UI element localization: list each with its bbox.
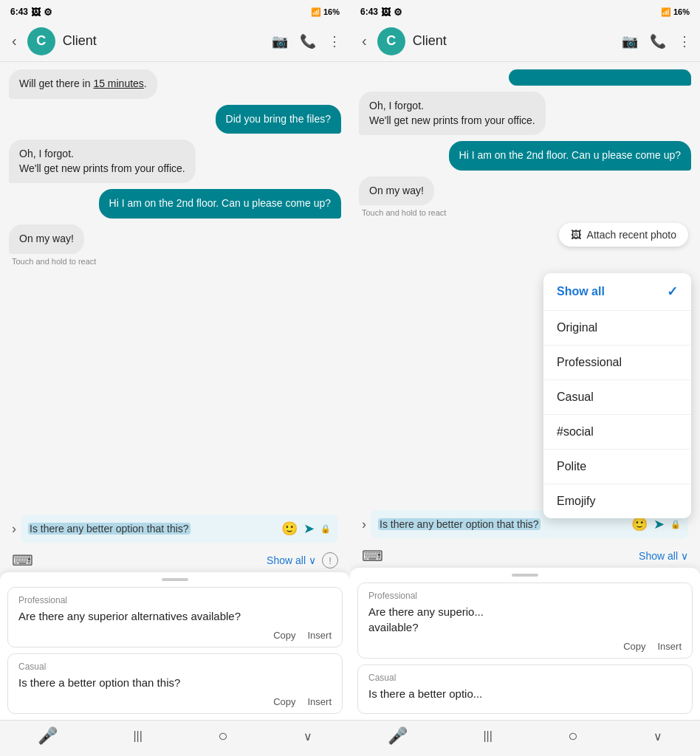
dropdown-item-emojify[interactable]: Emojify xyxy=(543,484,691,518)
dropdown-item-show-all[interactable]: Show all ✓ xyxy=(543,273,691,311)
copy-btn-casual-left[interactable]: Copy xyxy=(273,696,295,707)
video-call-icon-right[interactable]: 📷 xyxy=(622,33,638,49)
suggestions-sheet-right: Professional Are there any superio...ava… xyxy=(350,568,700,720)
settings-icon-left: ⚙ xyxy=(44,7,52,18)
chevron-down-icon-right: ∨ xyxy=(681,550,688,562)
suggestion-type-professional-right: Professional xyxy=(368,591,682,601)
info-icon-left[interactable]: ! xyxy=(322,552,338,568)
toolbar-right: ⌨ Show all ∨ xyxy=(356,543,694,568)
dropdown-label-show-all: Show all xyxy=(557,285,605,298)
header-icons-left: 📷 📞 ⋮ xyxy=(272,33,341,49)
chat-body-left: Will get there in 15 minutes. Did you br… xyxy=(0,62,350,507)
copy-btn-professional-left[interactable]: Copy xyxy=(273,630,295,641)
attach-photo-button[interactable]: 🖼 Attach recent photo xyxy=(559,223,688,247)
toolbar-left: ⌨ Show all ∨ ! xyxy=(6,547,344,572)
back-nav-icon-left[interactable]: ∨ xyxy=(303,729,312,743)
mic-icon-right[interactable]: 🎤 xyxy=(388,726,408,746)
touch-hold-label-left: Touch and hold to react xyxy=(9,257,96,266)
dropdown-label-polite: Polite xyxy=(557,460,586,473)
compose-highlight-left: Is there any better option that this? xyxy=(28,523,191,535)
back-button-right[interactable]: ‹ xyxy=(359,30,370,52)
chat-header-left: ‹ C Client 📷 📞 ⋮ xyxy=(0,21,350,62)
recents-icon-right[interactable]: ||| xyxy=(483,729,492,743)
suggestion-type-professional-left: Professional xyxy=(18,595,332,605)
attach-photo-label: Attach recent photo xyxy=(587,229,676,241)
battery-right: 16% xyxy=(673,7,690,16)
dropdown-label-casual: Casual xyxy=(557,391,594,404)
avatar-right: C xyxy=(377,27,405,55)
more-options-icon-right[interactable]: ⋮ xyxy=(678,33,691,49)
emoji-icon-left[interactable]: 🙂 xyxy=(281,520,298,537)
check-icon-show-all: ✓ xyxy=(667,284,678,300)
dropdown-item-polite[interactable]: Polite xyxy=(543,450,691,484)
more-options-icon-left[interactable]: ⋮ xyxy=(328,33,341,49)
right-phone: 6:43 🖼 ⚙ 📶 16% ‹ C Client 📷 📞 ⋮ Oh, I fo… xyxy=(350,0,700,756)
suggestion-actions-professional-left: Copy Insert xyxy=(18,630,332,641)
compose-expand-left[interactable]: › xyxy=(12,521,16,537)
compose-box-left[interactable]: Is there any better option that this? 🙂 … xyxy=(21,515,338,543)
lock-icon-right: 🔒 xyxy=(670,520,681,529)
chevron-down-icon-left: ∨ xyxy=(309,554,316,566)
sheet-handle-right xyxy=(512,574,538,577)
keyboard-icon-left[interactable]: ⌨ xyxy=(12,551,33,569)
suggestion-text-casual-right: Is there a better optio... xyxy=(368,686,682,701)
suggestion-type-casual-left: Casual xyxy=(18,662,332,672)
keyboard-icon-right[interactable]: ⌨ xyxy=(362,547,383,565)
time-left: 6:43 xyxy=(10,7,28,17)
msg-received-1-right: Oh, I forgot.We'll get new prints from y… xyxy=(359,92,546,135)
dropdown-label-emojify: Emojify xyxy=(557,495,595,508)
mic-icon-left[interactable]: 🎤 xyxy=(38,726,58,746)
insert-btn-casual-left[interactable]: Insert xyxy=(307,696,332,707)
photo-icon-left: 🖼 xyxy=(31,7,41,18)
compose-expand-right[interactable]: › xyxy=(362,517,366,532)
dropdown-menu: Show all ✓ Original Professional Casual … xyxy=(543,273,691,518)
insert-btn-professional-right[interactable]: Insert xyxy=(657,641,682,652)
recents-icon-left[interactable]: ||| xyxy=(133,729,142,743)
video-call-icon-left[interactable]: 📷 xyxy=(272,33,288,49)
phone-icon-left[interactable]: 📞 xyxy=(300,33,316,49)
msg-received-3: On my way! xyxy=(9,224,84,254)
status-bar-left: 6:43 🖼 ⚙ 📶 16% xyxy=(0,0,350,21)
signal-icon-right: 📶 xyxy=(661,7,671,17)
copy-btn-professional-right[interactable]: Copy xyxy=(623,641,645,652)
bottom-nav-left: 🎤 ||| ○ ∨ xyxy=(0,720,350,756)
insert-btn-professional-left[interactable]: Insert xyxy=(307,630,332,641)
msg-sent-2: Hi I am on the 2nd floor. Can u please c… xyxy=(99,189,341,219)
phone-icon-right[interactable]: 📞 xyxy=(650,33,666,49)
back-button-left[interactable]: ‹ xyxy=(9,30,20,52)
emoji-icon-right[interactable]: 🙂 xyxy=(631,516,648,532)
msg-sent-1-right: Hi I am on the 2nd floor. Can u please c… xyxy=(449,141,691,171)
compose-area-left: › Is there any better option that this? … xyxy=(0,507,350,572)
chat-header-right: ‹ C Client 📷 📞 ⋮ xyxy=(350,21,700,62)
home-icon-left[interactable]: ○ xyxy=(218,726,227,746)
dropdown-item-casual[interactable]: Casual xyxy=(543,380,691,415)
signal-icon-left: 📶 xyxy=(311,7,321,17)
status-bar-right: 6:43 🖼 ⚙ 📶 16% xyxy=(350,0,700,21)
show-all-button-left[interactable]: Show all ∨ xyxy=(267,554,316,566)
msg-sent-top-right xyxy=(509,69,692,86)
suggestion-actions-casual-left: Copy Insert xyxy=(18,696,332,707)
msg-received-2: Oh, I forgot.We'll get new prints from y… xyxy=(9,140,196,183)
dropdown-item-original[interactable]: Original xyxy=(543,311,691,346)
home-icon-right[interactable]: ○ xyxy=(568,726,577,746)
msg-received-2-right: On my way! xyxy=(359,176,434,206)
bottom-nav-right: 🎤 ||| ○ ∨ xyxy=(350,720,700,756)
compose-icons-left: 🙂 ➤ 🔒 xyxy=(281,520,331,537)
settings-icon-right: ⚙ xyxy=(394,7,402,18)
lock-icon-left: 🔒 xyxy=(320,524,331,534)
back-nav-icon-right[interactable]: ∨ xyxy=(653,729,662,743)
send-icon-left[interactable]: ➤ xyxy=(303,520,315,537)
show-all-button-right[interactable]: Show all ∨ xyxy=(639,550,688,562)
suggestion-text-casual-left: Is there a better option than this? xyxy=(18,675,332,690)
compose-icons-right: 🙂 ➤ 🔒 xyxy=(631,516,681,532)
image-icon-attach: 🖼 xyxy=(571,229,581,241)
dropdown-item-professional[interactable]: Professional xyxy=(543,346,691,380)
compose-highlight-right: Is there any better option that this? xyxy=(378,518,541,530)
contact-name-right: Client xyxy=(413,33,614,49)
contact-name-left: Client xyxy=(63,33,264,49)
suggestion-card-casual-right: Casual Is there a better optio... xyxy=(357,664,693,714)
dropdown-item-social[interactable]: #social xyxy=(543,415,691,450)
suggestions-sheet-left: Professional Are there any superior alte… xyxy=(0,572,350,720)
send-icon-right[interactable]: ➤ xyxy=(653,516,665,532)
suggestion-actions-right: Copy Insert xyxy=(368,641,682,652)
